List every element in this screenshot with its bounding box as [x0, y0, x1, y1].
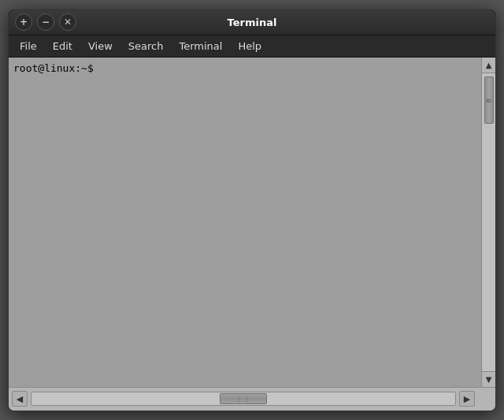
title-bar: + − ✕ Terminal: [9, 10, 495, 35]
scrollbar-thumb-horizontal[interactable]: [220, 393, 267, 404]
vertical-scrollbar[interactable]: ▲ ▼: [481, 58, 495, 387]
close-button[interactable]: ✕: [59, 13, 76, 31]
scroll-down-arrow[interactable]: ▼: [482, 371, 496, 387]
menu-view[interactable]: View: [80, 39, 120, 54]
scroll-up-arrow[interactable]: ▲: [482, 58, 496, 73]
scrollbar-track-horizontal[interactable]: [31, 392, 456, 406]
prompt-text: root@linux:~$: [13, 62, 94, 74]
minimize-button[interactable]: −: [37, 13, 54, 31]
menu-terminal[interactable]: Terminal: [171, 39, 230, 54]
add-button[interactable]: +: [15, 13, 32, 31]
terminal-text-area[interactable]: root@linux:~$: [9, 58, 481, 387]
menu-search[interactable]: Search: [120, 39, 172, 54]
scroll-left-arrow[interactable]: ◀: [12, 391, 28, 407]
right-arrow-icon: ▶: [464, 394, 470, 404]
left-arrow-icon: ◀: [17, 394, 23, 404]
prompt-line: root@linux:~$: [13, 62, 476, 74]
menu-edit[interactable]: Edit: [45, 39, 80, 54]
window-title: Terminal: [78, 17, 426, 28]
scrollbar-track-vertical[interactable]: [482, 73, 495, 371]
menu-help[interactable]: Help: [230, 39, 269, 54]
scroll-right-arrow[interactable]: ▶: [459, 391, 475, 407]
scrollbar-thumb-vertical[interactable]: [484, 76, 494, 124]
terminal-body: root@linux:~$ ▲ ▼ ◀: [9, 58, 495, 411]
terminal-window: + − ✕ Terminal File Edit View Search Ter…: [8, 9, 496, 411]
terminal-content-area: root@linux:~$ ▲ ▼: [9, 58, 495, 387]
down-arrow-icon: ▼: [486, 375, 492, 384]
horizontal-scrollbar-bar: ◀ ▶: [9, 387, 495, 411]
up-arrow-icon: ▲: [486, 61, 492, 69]
menu-file[interactable]: File: [12, 39, 45, 54]
menu-bar: File Edit View Search Terminal Help: [9, 35, 495, 58]
